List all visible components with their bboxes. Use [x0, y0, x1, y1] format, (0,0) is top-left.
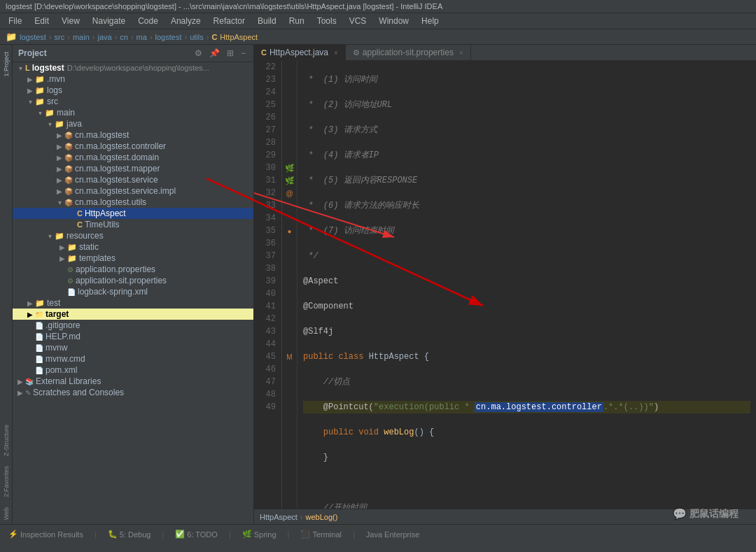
minus-icon[interactable]: − — [239, 48, 248, 59]
code-line-31: @Component — [303, 300, 750, 313]
breakpoint-icon: ● — [287, 227, 291, 235]
tree-pkg1[interactable]: ▶ 📦 cn.ma.logstest — [13, 129, 253, 141]
tree-java[interactable]: ▾ 📁 java — [13, 118, 253, 129]
tree-scratches[interactable]: ▶ ✎ Scratches and Consoles — [13, 387, 253, 398]
folder-icon: 📁 — [35, 75, 45, 84]
menu-refactor[interactable]: Refactor — [208, 15, 251, 27]
title-bar: logstest [D:\develop\workspace\shopping\… — [0, 0, 756, 13]
breadcrumb-utils[interactable]: utils — [190, 33, 204, 41]
tree-pkg2[interactable]: ▶ 📦 cn.ma.logstest.controller — [13, 141, 253, 152]
breadcrumb-logstest[interactable]: logstest — [20, 33, 46, 41]
tab-close-icon2[interactable]: × — [459, 49, 463, 57]
component-icon: 🌿 — [285, 176, 295, 185]
tree-pkg4[interactable]: ▶ 📦 cn.ma.logstest.mapper — [13, 163, 253, 174]
tree-root[interactable]: ▾ L logstest D:\develop\workspace\shoppi… — [13, 62, 253, 73]
breadcrumb-main[interactable]: main — [73, 33, 90, 41]
settings-icon[interactable]: ⚙ — [192, 48, 204, 59]
tab-structure[interactable]: Z-Structure — [1, 420, 11, 460]
tree-logback[interactable]: 📄 logback-spring.xml — [13, 286, 253, 297]
pkg2-label: cn.ma.logstest.controller — [75, 141, 166, 151]
gitignore-label: .gitignore — [46, 320, 80, 330]
tree-test[interactable]: ▶ 📁 test — [13, 297, 253, 309]
tree-target[interactable]: ▶ 📁 target — [13, 309, 253, 320]
menu-run[interactable]: Run — [284, 15, 310, 27]
tree-pomxml[interactable]: 📄 pom.xml — [13, 365, 253, 376]
layout-icon[interactable]: ⊞ — [225, 48, 236, 59]
tree-timeutils[interactable]: C TimeUtils — [13, 219, 253, 230]
code-line-24: * (3) 请求方式 — [303, 124, 750, 136]
menu-tools[interactable]: Tools — [312, 15, 342, 27]
menu-view[interactable]: View — [56, 15, 85, 27]
tab-web[interactable]: Web — [1, 503, 11, 524]
pkg-icon: 📦 — [64, 154, 73, 162]
menu-analyze[interactable]: Analyze — [165, 15, 206, 27]
pin-icon[interactable]: 📌 — [207, 48, 222, 59]
arrow-icon: ▶ — [55, 187, 64, 195]
menu-help[interactable]: Help — [416, 15, 444, 27]
arrow-icon: ▾ — [45, 232, 55, 240]
tree-mvnwcmd[interactable]: 📄 mvnw.cmd — [13, 353, 253, 365]
breadcrumb-logstest2[interactable]: logstest — [155, 33, 182, 41]
tab-close-icon[interactable]: × — [334, 49, 338, 57]
pkg-utils-label: cn.ma.logstest.utils — [75, 197, 146, 207]
bottom-todo[interactable]: ✅ 6: TODO — [172, 528, 220, 540]
tree-static[interactable]: ▶ 📁 static — [13, 241, 253, 253]
tree-logs[interactable]: ▶ 📁 logs — [13, 85, 253, 96]
tree-resources[interactable]: ▾ 📁 resources — [13, 230, 253, 241]
terminal-label: Terminal — [312, 530, 342, 539]
breadcrumb-cn[interactable]: cn — [120, 33, 128, 41]
tree-mvnw[interactable]: 📄 mvnw — [13, 342, 253, 353]
menu-code[interactable]: Code — [132, 15, 164, 27]
tree-pkg-utils[interactable]: ▾ 📦 cn.ma.logstest.utils — [13, 197, 253, 208]
tree-httpaspect[interactable]: C HttpAspect — [13, 208, 253, 219]
tab-appsit[interactable]: ⚙ application-sit.properties × — [346, 45, 471, 60]
menu-navigate[interactable]: Navigate — [87, 15, 131, 27]
pkg-icon: 📦 — [64, 143, 73, 150]
code-line-38 — [303, 476, 750, 489]
menu-file[interactable]: File — [3, 15, 27, 27]
tree-appprops[interactable]: ⚙ application.properties — [13, 264, 253, 275]
folder-icon: 📁 — [35, 299, 45, 308]
tab-httpaspect[interactable]: C HttpAspect.java × — [254, 45, 346, 60]
tree-templates[interactable]: ▶ 📁 templates — [13, 253, 253, 264]
main-layout: 1:Project Z-Structure 2:Favorites Web Pr… — [0, 45, 756, 524]
bottom-javaee[interactable]: Java Enterprise — [363, 529, 422, 540]
menu-build[interactable]: Build — [252, 15, 282, 27]
code-content[interactable]: * (1) 访问时间 * (2) 访问地址URL * (3) 请求方式 * (4… — [298, 61, 756, 509]
tree-pkg3[interactable]: ▶ 📦 cn.ma.logstest.domain — [13, 152, 253, 163]
tab-favorites[interactable]: 2:Favorites — [1, 462, 11, 502]
mvn-label: .mvn — [47, 74, 65, 84]
xml-icon: 📄 — [35, 367, 43, 374]
pomxml-label: pom.xml — [46, 365, 77, 375]
tree-gitignore[interactable]: 📄 .gitignore — [13, 320, 253, 331]
tree-external[interactable]: ▶ 📚 External Libraries — [13, 376, 253, 387]
bottom-debug[interactable]: 🐛 5: Debug — [105, 528, 154, 540]
props-icon: ⚙ — [67, 277, 74, 285]
menu-edit[interactable]: Edit — [29, 15, 55, 27]
sep2: | — [162, 530, 164, 539]
code-line-34: //切点 — [303, 376, 750, 388]
breadcrumb-src[interactable]: src — [55, 33, 65, 41]
menu-window[interactable]: Window — [373, 15, 414, 27]
scratches-icon: ✎ — [25, 389, 31, 397]
tree-pkg6[interactable]: ▶ 📦 cn.ma.logstest.service.impl — [13, 185, 253, 197]
breadcrumb-file[interactable]: HttpAspect — [220, 33, 258, 41]
bottom-inspection[interactable]: ⚡ Inspection Results — [6, 528, 86, 540]
tab-project[interactable]: 1:Project — [1, 48, 11, 81]
tree-pkg5[interactable]: ▶ 📦 cn.ma.logstest.service — [13, 174, 253, 185]
bottom-spring[interactable]: 🌿 Spring — [239, 528, 279, 540]
menu-bar: File Edit View Navigate Code Analyze Ref… — [0, 13, 756, 29]
tab-httpaspect-label: HttpAspect.java — [270, 48, 328, 57]
project-panel: Project ⚙ 📌 ⊞ − ▾ L logstest D:\develop\… — [13, 45, 254, 524]
bottom-terminal[interactable]: ⬛ Terminal — [298, 528, 344, 540]
menu-vcs[interactable]: VCS — [344, 15, 372, 27]
code-container: 22 23 24 25 26 27 28 29 30 31 32 33 34 3… — [254, 61, 756, 509]
tree-appsitp[interactable]: ⚙ application-sit.properties — [13, 275, 253, 286]
tree-src[interactable]: ▾ 📁 src — [13, 96, 253, 107]
tree-helpmd[interactable]: 📄 HELP.md — [13, 331, 253, 342]
tree-mvn[interactable]: ▶ 📁 .mvn — [13, 73, 253, 85]
code-line-27: * (6) 请求方法的响应时长 — [303, 199, 750, 212]
tree-main[interactable]: ▾ 📁 main — [13, 107, 253, 118]
breadcrumb-java[interactable]: java — [97, 33, 111, 41]
breadcrumb-ma[interactable]: ma — [136, 33, 147, 41]
